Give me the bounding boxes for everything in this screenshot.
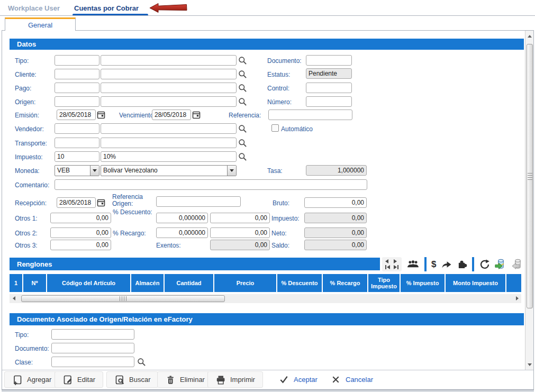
numero-input[interactable] bbox=[306, 96, 352, 107]
col-precio: Precio bbox=[214, 274, 276, 292]
imprimir-button[interactable]: Imprimir bbox=[207, 371, 263, 388]
pago-code-input[interactable] bbox=[55, 83, 99, 93]
vendedor-name-input[interactable] bbox=[101, 123, 237, 134]
asociado-tipo-input[interactable] bbox=[51, 329, 134, 340]
renglones-hscrollbar[interactable] bbox=[10, 294, 521, 303]
tipo-search-icon[interactable] bbox=[238, 56, 247, 65]
aceptar-button[interactable]: Aceptar bbox=[279, 371, 318, 388]
pago-search-icon[interactable] bbox=[238, 84, 247, 93]
cancelar-button[interactable]: Cancelar bbox=[331, 371, 373, 388]
forward-arrow-icon[interactable] bbox=[441, 260, 452, 269]
tab-cuentas-por-cobrar[interactable]: Cuentas por Cobrar bbox=[74, 4, 139, 12]
pago-name-input[interactable] bbox=[101, 83, 237, 93]
pct-recargo-label: % Recargo: bbox=[113, 230, 146, 237]
pct-descuento-input[interactable] bbox=[156, 213, 208, 223]
origen-code-input[interactable] bbox=[55, 96, 99, 107]
transporte-search-icon[interactable] bbox=[238, 139, 247, 148]
hscroll-left-arrow[interactable] bbox=[10, 294, 18, 303]
grid-navigation-icon[interactable] bbox=[382, 257, 402, 271]
neto-input bbox=[304, 227, 367, 238]
tipo-name-input[interactable] bbox=[101, 55, 237, 66]
col-cantidad: Cantidad bbox=[165, 274, 213, 292]
agregar-button[interactable]: Agregar bbox=[4, 371, 59, 388]
bruto-input[interactable] bbox=[304, 197, 367, 208]
transporte-name-input[interactable] bbox=[101, 138, 237, 148]
editar-button[interactable]: Editar bbox=[55, 371, 103, 388]
moneda-name-select[interactable]: Bolivar Venezolano bbox=[101, 165, 237, 176]
agregar-label: Agregar bbox=[27, 376, 51, 384]
section-header-asociado: Documento Asociado de Origen/Relación en… bbox=[10, 313, 524, 325]
emision-calendar-icon[interactable] bbox=[97, 111, 105, 119]
hscroll-right-arrow[interactable] bbox=[513, 294, 521, 303]
referencia-label: Referencia: bbox=[229, 112, 261, 119]
moneda-code-select[interactable]: VEB bbox=[55, 165, 99, 176]
col-row-indicator: 1 bbox=[10, 274, 22, 292]
search-document-icon bbox=[114, 375, 125, 385]
dollar-icon[interactable]: $ bbox=[431, 260, 436, 269]
asociado-clase-search-icon[interactable] bbox=[137, 358, 146, 367]
puzzle-icon[interactable] bbox=[457, 259, 467, 269]
bruto-label: Bruto: bbox=[273, 199, 289, 207]
col-pct-descuento: % Descuento bbox=[277, 274, 322, 292]
tasa-label: Tasa: bbox=[267, 167, 283, 175]
descuento-monto-input[interactable] bbox=[210, 213, 270, 223]
documento-label: Documento: bbox=[267, 57, 302, 65]
impuesto-total-input bbox=[304, 213, 367, 223]
tasa-input bbox=[306, 165, 367, 176]
tab-workplace-user[interactable]: Workplace User bbox=[8, 4, 60, 12]
asociado-clase-input[interactable] bbox=[51, 357, 134, 367]
otros1-input[interactable] bbox=[50, 213, 111, 223]
hscroll-thumb[interactable] bbox=[21, 295, 225, 302]
panel-vscrollbar[interactable] bbox=[525, 31, 533, 370]
group-icon[interactable] bbox=[406, 260, 420, 269]
section-title-asociado: Documento Asociado de Origen/Relación en… bbox=[17, 315, 193, 323]
exentos-label: Exentos: bbox=[156, 242, 181, 249]
vscroll-thumb[interactable] bbox=[527, 44, 533, 308]
comentario-label: Comentario: bbox=[15, 181, 49, 189]
vscroll-down-arrow[interactable] bbox=[525, 360, 534, 369]
vscroll-up-arrow[interactable] bbox=[525, 32, 534, 40]
neto-label: Neto: bbox=[271, 230, 287, 237]
vencimiento-date-input[interactable] bbox=[152, 110, 191, 120]
recepcion-date-input[interactable] bbox=[57, 197, 96, 208]
automatico-checkbox[interactable] bbox=[271, 124, 279, 132]
chevron-down-icon bbox=[227, 166, 236, 176]
pct-descuento-label: % Descuento: bbox=[113, 209, 156, 216]
close-icon bbox=[331, 375, 341, 385]
otros3-input[interactable] bbox=[50, 240, 111, 250]
impuesto-label: Impuesto: bbox=[15, 153, 43, 161]
impuesto-search-icon[interactable] bbox=[238, 152, 247, 161]
otros2-input[interactable] bbox=[50, 227, 111, 238]
transporte-code-input[interactable] bbox=[55, 138, 99, 148]
col-codigo-articulo: Código del Artículo bbox=[47, 274, 130, 292]
documento-input[interactable] bbox=[306, 55, 352, 66]
pct-recargo-input[interactable] bbox=[156, 227, 208, 238]
database-export-icon[interactable] bbox=[494, 258, 506, 270]
control-input[interactable] bbox=[306, 83, 352, 93]
referencia-input[interactable] bbox=[268, 110, 352, 120]
origen-name-input[interactable] bbox=[101, 96, 237, 107]
tipo-code-input[interactable] bbox=[55, 55, 99, 66]
comentario-input[interactable] bbox=[55, 179, 367, 190]
vencimiento-calendar-icon[interactable] bbox=[192, 111, 201, 119]
buscar-button[interactable]: Buscar bbox=[106, 371, 158, 388]
annotation-arrow bbox=[149, 3, 187, 13]
cliente-name-input[interactable] bbox=[101, 69, 237, 79]
refresh-icon[interactable] bbox=[479, 259, 489, 269]
toolbar-separator bbox=[424, 257, 427, 271]
asociado-documento-input[interactable] bbox=[51, 343, 134, 353]
vendedor-code-input[interactable] bbox=[55, 123, 99, 134]
tab-general[interactable]: General bbox=[5, 17, 76, 31]
recargo-monto-input[interactable] bbox=[210, 227, 270, 238]
origen-search-icon[interactable] bbox=[238, 97, 247, 106]
eliminar-button[interactable]: Eliminar bbox=[157, 371, 213, 388]
pago-label: Pago: bbox=[15, 85, 31, 92]
recepcion-calendar-icon[interactable] bbox=[97, 198, 105, 207]
referencia-origen-input[interactable] bbox=[156, 196, 241, 207]
vendedor-search-icon[interactable] bbox=[238, 124, 247, 133]
emision-date-input[interactable] bbox=[57, 110, 96, 120]
cliente-code-input[interactable] bbox=[55, 69, 99, 79]
cliente-search-icon[interactable] bbox=[238, 70, 247, 79]
impuesto-code-input[interactable] bbox=[55, 151, 99, 162]
impuesto-desc-input[interactable] bbox=[101, 151, 237, 162]
